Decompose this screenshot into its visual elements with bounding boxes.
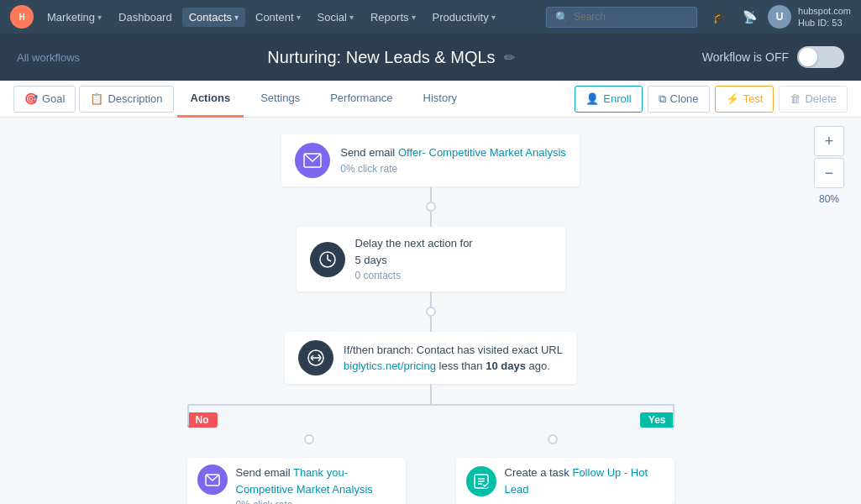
clone-button[interactable]: ⧉ Clone: [648, 86, 710, 113]
description-button[interactable]: 📋 Description: [79, 86, 173, 113]
workflow-header: All workflows Nurturing: New Leads & MQL…: [0, 34, 861, 81]
branch-icon: [298, 340, 333, 375]
clone-icon: ⧉: [659, 92, 666, 106]
description-icon: 📋: [90, 92, 103, 105]
chevron-down-icon: ▾: [412, 13, 416, 22]
branch-labels: No Yes: [187, 406, 675, 434]
line-2: [430, 212, 432, 227]
nav-item-dashboard[interactable]: Dashboard: [112, 8, 179, 27]
test-button[interactable]: ⚡ Test: [715, 86, 774, 113]
tab-history[interactable]: History: [410, 81, 470, 118]
task-icon: [466, 466, 496, 496]
branch-yes-label: Yes: [640, 412, 675, 428]
user-avatar[interactable]: U: [768, 5, 791, 29]
delete-icon: 🗑: [790, 92, 801, 105]
enroll-icon: 👤: [585, 92, 599, 105]
workflow-flow: Send email Offer- Competitive Market Ana…: [34, 134, 827, 504]
nav-item-productivity[interactable]: Productivity ▾: [426, 8, 502, 27]
notifications-icon[interactable]: 📡: [738, 5, 761, 29]
svg-line-5: [328, 260, 331, 261]
branch-node[interactable]: If/then branch: Contact has visited exac…: [285, 332, 576, 384]
nav-item-content[interactable]: Content ▾: [249, 8, 307, 27]
branch-v-line: [430, 384, 432, 404]
nav-item-contacts[interactable]: Contacts ▾: [182, 8, 245, 27]
test-icon: ⚡: [726, 92, 739, 105]
right-task-text: Create a task Follow Up - Hot Lead: [505, 465, 664, 497]
right-v-line: [673, 404, 675, 426]
search-input[interactable]: [574, 11, 688, 23]
chevron-down-icon: ▾: [234, 13, 239, 22]
connector-1: [426, 186, 436, 227]
zoom-controls: + − 80%: [814, 126, 844, 205]
top-nav: H Marketing ▾ Dashboard Contacts ▾ Conte…: [0, 0, 861, 34]
all-workflows-link[interactable]: All workflows: [17, 51, 80, 64]
email-node[interactable]: Send email Offer- Competitive Market Ana…: [281, 134, 580, 186]
workflow-canvas: + − 80% Send email Offer- Competitive Ma…: [0, 118, 861, 504]
workflow-off-label: Workflow is OFF: [702, 50, 789, 64]
branch-bottom-nodes: Send email Thank you- Competitive Market…: [187, 458, 675, 504]
zoom-in-button[interactable]: +: [814, 126, 844, 156]
branch-no-label: No: [187, 412, 218, 428]
branch-h-line: [187, 404, 675, 406]
goal-icon: 🎯: [24, 92, 38, 105]
chevron-down-icon: ▾: [97, 13, 102, 22]
nav-logo: H: [10, 5, 34, 29]
edit-title-icon[interactable]: ✏: [504, 50, 515, 66]
enroll-button[interactable]: 👤 Enroll: [575, 86, 642, 113]
svg-text:H: H: [18, 13, 24, 22]
toggle-knob: [799, 48, 817, 66]
branch-node-text: If/then branch: Contact has visited exac…: [344, 342, 563, 375]
tab-settings[interactable]: Settings: [247, 81, 313, 118]
delay-icon: [310, 242, 345, 277]
line-1: [430, 186, 432, 202]
tab-performance[interactable]: Performance: [317, 81, 406, 118]
dot-1: [426, 202, 436, 212]
zoom-out-button[interactable]: −: [814, 158, 844, 188]
academy-icon[interactable]: 🎓: [707, 5, 731, 29]
nav-item-marketing[interactable]: Marketing ▾: [40, 8, 108, 27]
yes-branch: Yes: [640, 412, 675, 428]
main-content: + − 80% Send email Offer- Competitive Ma…: [0, 118, 861, 504]
zoom-level: 80%: [819, 193, 839, 205]
left-email-node[interactable]: Send email Thank you- Competitive Market…: [187, 458, 406, 504]
search-box[interactable]: 🔍: [546, 7, 697, 28]
tab-action-buttons: 👤 Enroll ⧉ Clone ⚡ Test 🗑 Delete: [575, 86, 848, 113]
branch-dot-left: [304, 434, 314, 444]
workflow-toggle[interactable]: [797, 46, 844, 68]
chevron-down-icon: ▾: [297, 13, 301, 22]
nav-right: 🎓 📡 U hubspot.com Hub ID: 53: [707, 5, 851, 29]
line-3: [430, 291, 432, 307]
left-email-text: Send email Thank you- Competitive Market…: [236, 465, 396, 504]
goal-button[interactable]: 🎯 Goal: [13, 86, 76, 113]
right-task-node[interactable]: Create a task Follow Up - Hot Lead: [456, 458, 675, 504]
chevron-down-icon: ▾: [349, 13, 354, 22]
hubspot-info: hubspot.com Hub ID: 53: [798, 5, 851, 29]
chevron-down-icon: ▾: [491, 13, 496, 22]
left-v-line: [187, 404, 189, 426]
nav-item-social[interactable]: Social ▾: [311, 8, 360, 27]
nav-item-reports[interactable]: Reports ▾: [364, 8, 423, 27]
tab-bar: 🎯 Goal 📋 Description Actions Settings Pe…: [0, 81, 861, 118]
connector-2: [426, 291, 436, 332]
email-icon: [295, 143, 330, 178]
tab-actions[interactable]: Actions: [177, 81, 244, 118]
delay-node-text: Delay the next action for 5 days 0 conta…: [355, 235, 473, 283]
workflow-title: Nurturing: New Leads & MQLs ✏: [80, 48, 702, 67]
branch-dot-right: [548, 434, 558, 444]
branch-container: No Yes: [187, 384, 675, 504]
dot-2: [426, 307, 436, 317]
workflow-status: Workflow is OFF: [702, 46, 844, 68]
branch-dots: [187, 434, 675, 444]
email-node-text: Send email Offer- Competitive Market Ana…: [340, 144, 566, 176]
email-link[interactable]: Offer- Competitive Market Analysis: [398, 146, 566, 159]
branch-url-link[interactable]: biglytics.net/pricing: [344, 360, 436, 372]
no-branch: No: [187, 412, 218, 428]
search-icon: 🔍: [555, 11, 569, 24]
delete-button[interactable]: 🗑 Delete: [779, 86, 848, 113]
left-email-icon: [197, 465, 228, 495]
line-4: [430, 317, 432, 332]
delay-node[interactable]: Delay the next action for 5 days 0 conta…: [297, 227, 565, 291]
